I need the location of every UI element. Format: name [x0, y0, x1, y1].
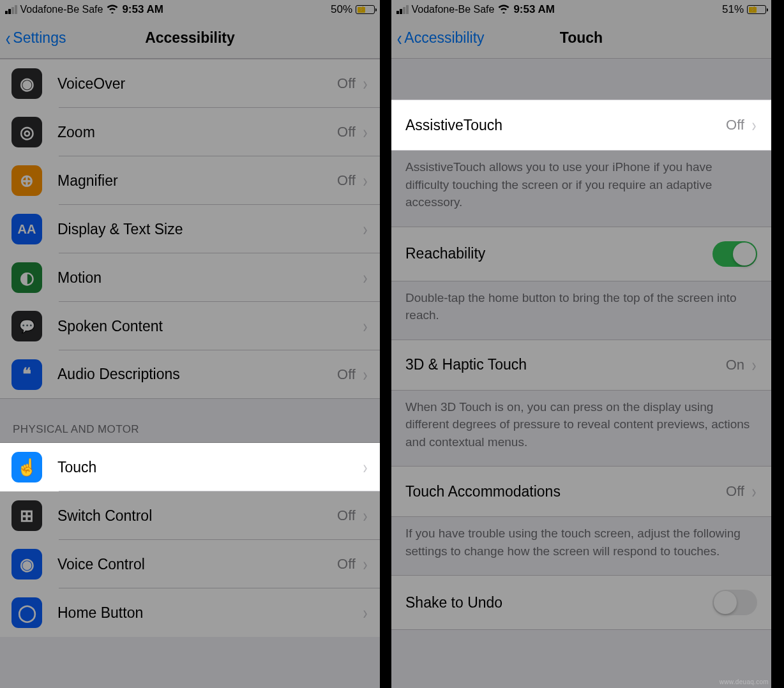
switch-control-icon: ⊞ — [11, 500, 42, 531]
spoken-content-icon: 💬 — [11, 311, 42, 341]
nav-bar: ‹ Settings Accessibility — [0, 18, 380, 59]
list-row-voiceover[interactable]: ◉VoiceOverOff› — [0, 59, 380, 108]
section-header-physical: PHYSICAL AND MOTOR — [0, 399, 380, 442]
zoom-icon: ◎ — [11, 117, 42, 147]
row-label: Touch — [57, 459, 362, 476]
toggle-shake-to-undo[interactable] — [712, 590, 757, 615]
battery-icon — [356, 5, 375, 14]
list-row-touch[interactable]: ☝Touch› — [0, 443, 380, 491]
phone-right: Vodafone-Be Safe 9:53 AM 51% ‹ Accessibi… — [391, 0, 771, 688]
row-value: Off — [337, 366, 356, 383]
chevron-right-icon: › — [363, 73, 368, 94]
home-button-icon: ◯ — [11, 597, 42, 628]
list-row-3d-haptic-touch[interactable]: 3D & Haptic TouchOn› — [391, 340, 771, 391]
carrier-label: Vodafone-Be Safe — [412, 4, 495, 15]
row-value: Off — [337, 507, 356, 524]
chevron-right-icon: › — [363, 553, 368, 575]
row-label: 3D & Haptic Touch — [405, 356, 726, 373]
chevron-right-icon: › — [363, 456, 368, 478]
section-footer: AssistiveTouch allows you to use your iP… — [391, 151, 771, 227]
chevron-right-icon: › — [363, 121, 368, 143]
magnifier-icon: ⊕ — [11, 165, 42, 196]
chevron-right-icon: › — [363, 602, 368, 624]
toggle-reachability[interactable] — [712, 241, 757, 267]
voice-control-icon: ◉ — [11, 549, 42, 580]
row-label: AssistiveTouch — [405, 117, 726, 134]
list-row-audio-descriptions[interactable]: ❝Audio DescriptionsOff› — [0, 350, 380, 399]
chevron-left-icon: ‹ — [397, 33, 402, 43]
list-row-display-text[interactable]: AADisplay & Text Size› — [0, 205, 380, 253]
page-title: Accessibility — [145, 29, 235, 47]
row-label: Reachability — [405, 245, 712, 262]
chevron-right-icon: › — [752, 354, 757, 376]
section-footer: When 3D Touch is on, you can press on th… — [391, 391, 771, 467]
row-label: Motion — [57, 269, 362, 287]
display-text-icon: AA — [11, 214, 42, 244]
touch-settings-list: AssistiveTouchOff›AssistiveTouch allows … — [391, 100, 771, 630]
back-label: Accessibility — [404, 29, 484, 47]
row-label: Switch Control — [57, 507, 337, 525]
clock-time: 9:53 AM — [122, 3, 163, 16]
row-label: VoiceOver — [57, 75, 337, 93]
row-label: Spoken Content — [57, 318, 362, 335]
section-footer: Double-tap the home button to bring the … — [391, 281, 771, 340]
spacer — [391, 59, 771, 100]
row-value: Off — [726, 117, 744, 133]
list-row-home-button[interactable]: ◯Home Button› — [0, 588, 380, 637]
list-row-voice-control[interactable]: ◉Voice ControlOff› — [0, 540, 380, 588]
section-footer: If you have trouble using the touch scre… — [391, 517, 771, 575]
status-bar: Vodafone-Be Safe 9:53 AM 51% — [391, 0, 771, 18]
row-value: Off — [337, 172, 356, 189]
list-row-shake-to-undo[interactable]: Shake to Undo — [391, 575, 771, 630]
page-title: Touch — [560, 29, 603, 47]
touch-icon: ☝ — [11, 452, 42, 482]
row-value: Off — [337, 75, 356, 92]
list-row-spoken-content[interactable]: 💬Spoken Content› — [0, 302, 380, 350]
voiceover-icon: ◉ — [11, 68, 42, 99]
chevron-right-icon: › — [752, 481, 757, 502]
battery-fill — [749, 7, 757, 13]
phone-left: Vodafone-Be Safe 9:53 AM 50% ‹ Settings … — [0, 0, 380, 688]
row-label: Zoom — [57, 124, 337, 141]
list-row-reachability[interactable]: Reachability — [391, 227, 771, 281]
cellular-signal-icon — [5, 5, 17, 14]
list-row-switch-control[interactable]: ⊞Switch ControlOff› — [0, 491, 380, 540]
battery-percent: 51% — [722, 3, 744, 16]
battery-icon — [747, 5, 766, 14]
list-group-physical: ☝Touch›⊞Switch ControlOff›◉Voice Control… — [0, 442, 380, 637]
chevron-right-icon: › — [363, 505, 368, 527]
list-row-magnifier[interactable]: ⊕MagnifierOff› — [0, 156, 380, 205]
chevron-left-icon: ‹ — [6, 33, 11, 43]
chevron-right-icon: › — [363, 170, 368, 191]
row-value: Off — [726, 483, 744, 500]
row-label: Audio Descriptions — [57, 366, 337, 383]
back-button[interactable]: ‹ Settings — [0, 29, 66, 47]
motion-icon: ◐ — [11, 262, 42, 293]
back-button[interactable]: ‹ Accessibility — [391, 29, 485, 47]
list-row-assistivetouch[interactable]: AssistiveTouchOff› — [391, 100, 771, 151]
nav-bar: ‹ Accessibility Touch — [391, 18, 771, 59]
battery-fill — [358, 7, 366, 13]
list-row-touch-accommodations[interactable]: Touch AccommodationsOff› — [391, 466, 771, 517]
row-label: Voice Control — [57, 556, 337, 573]
list-row-motion[interactable]: ◐Motion› — [0, 253, 380, 302]
row-label: Magnifier — [57, 172, 337, 190]
audio-descriptions-icon: ❝ — [11, 359, 42, 390]
clock-time: 9:53 AM — [513, 3, 555, 16]
battery-percent: 50% — [331, 3, 352, 16]
list-group-vision: ◉VoiceOverOff›◎ZoomOff›⊕MagnifierOff›AAD… — [0, 59, 380, 399]
wifi-icon — [497, 4, 510, 15]
row-label: Shake to Undo — [405, 594, 712, 611]
chevron-right-icon: › — [752, 114, 757, 136]
carrier-label: Vodafone-Be Safe — [20, 4, 103, 15]
back-label: Settings — [13, 29, 66, 47]
wifi-icon — [106, 4, 119, 15]
row-label: Display & Text Size — [57, 221, 362, 238]
row-label: Touch Accommodations — [405, 483, 726, 500]
row-label: Home Button — [57, 604, 362, 622]
chevron-right-icon: › — [363, 315, 368, 337]
chevron-right-icon: › — [363, 218, 368, 240]
row-value: On — [726, 357, 744, 373]
row-value: Off — [337, 556, 356, 572]
list-row-zoom[interactable]: ◎ZoomOff› — [0, 108, 380, 156]
